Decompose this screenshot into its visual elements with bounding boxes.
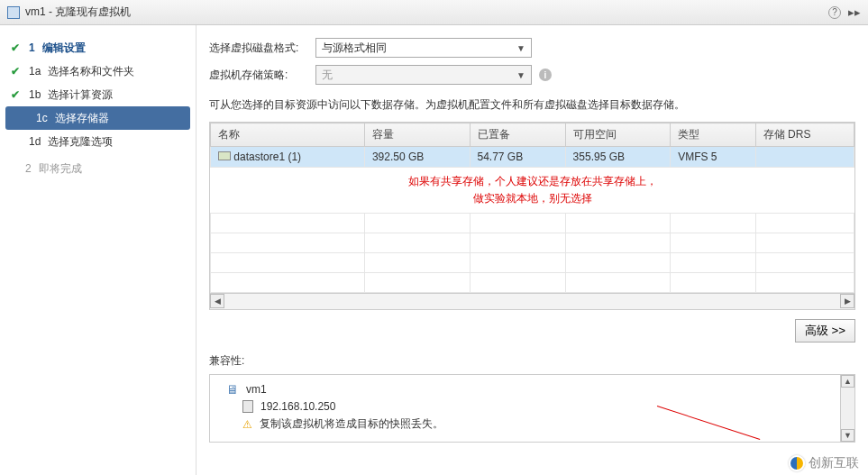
- scroll-left-icon[interactable]: ◀: [210, 294, 224, 308]
- cell-capacity: 392.50 GB: [364, 147, 470, 168]
- disk-format-label: 选择虚拟磁盘格式:: [209, 41, 308, 56]
- annotation-arrow: [652, 439, 760, 475]
- advanced-button[interactable]: 高级 >>: [795, 319, 855, 343]
- storage-policy-value: 无: [322, 68, 333, 83]
- watermark: 创新互联: [789, 455, 859, 471]
- storage-policy-label: 虚拟机存储策略:: [209, 68, 308, 83]
- col-drs[interactable]: 存储 DRS: [755, 123, 854, 147]
- col-free[interactable]: 可用空间: [565, 123, 671, 147]
- table-row-empty: [211, 253, 854, 273]
- scroll-up-icon[interactable]: ▲: [841, 375, 854, 388]
- compat-vm-name: vm1: [246, 383, 267, 396]
- cell-type: VMFS 5: [671, 147, 756, 168]
- wizard-sidebar: ✔ 1 编辑设置 ✔ 1a 选择名称和文件夹 ✔ 1b 选择计算资源 1c 选择…: [0, 25, 196, 475]
- disk-format-value: 与源格式相同: [322, 41, 387, 56]
- watermark-logo-icon: [789, 455, 805, 471]
- compat-warning-text: 复制该虚拟机将造成目标的快照丢失。: [260, 416, 443, 432]
- chevron-down-icon: ▼: [516, 70, 525, 80]
- step-1b-label: 选择计算资源: [48, 87, 113, 103]
- cell-free: 355.95 GB: [565, 147, 671, 168]
- compat-warning-row: ⚠ 复制该虚拟机将造成目标的快照丢失。: [217, 415, 847, 434]
- compat-vm-row: 🖥 vm1: [217, 380, 847, 398]
- compat-host-row: 192.168.10.250: [217, 398, 847, 415]
- table-row-empty: [211, 273, 854, 293]
- step-1-label: 编辑设置: [42, 41, 86, 56]
- datastore-table: 名称 容量 已置备 可用空间 类型 存储 DRS datastore1 (1) …: [209, 122, 855, 310]
- compatibility-label: 兼容性:: [209, 353, 855, 369]
- horizontal-scrollbar[interactable]: ◀ ▶: [210, 293, 854, 309]
- annotation-line1: 如果有共享存储，个人建议还是存放在共享存储上，: [211, 173, 854, 190]
- watermark-text: 创新互联: [809, 455, 859, 471]
- step-2-ready: 2 即将完成: [0, 157, 196, 180]
- annotation-line2: 做实验就本地，别无选择: [211, 190, 854, 207]
- check-icon: ✔: [11, 65, 22, 78]
- step-1c-label: 选择存储器: [55, 111, 109, 126]
- step-1d-label: 选择克隆选项: [48, 134, 113, 150]
- vm-title-icon: [7, 6, 20, 19]
- compatibility-box: 🖥 vm1 192.168.10.250 ⚠ 复制该虚拟机将造成目标的快照丢失。…: [209, 374, 855, 443]
- cell-provisioned: 54.77 GB: [470, 147, 565, 168]
- disk-format-select[interactable]: 与源格式相同 ▼: [315, 38, 532, 58]
- col-capacity[interactable]: 容量: [364, 123, 470, 147]
- help-icon[interactable]: ?: [828, 6, 841, 19]
- host-icon: [242, 400, 253, 413]
- vm-icon: 🖥: [226, 382, 239, 397]
- check-icon: ✔: [11, 88, 22, 101]
- table-row-empty: [211, 233, 854, 253]
- titlebar: vm1 - 克隆现有虚拟机 ? ▸▸: [0, 0, 868, 25]
- step-1c-number: 1c: [36, 112, 48, 124]
- step-1a-select-name-folder[interactable]: ✔ 1a 选择名称和文件夹: [0, 59, 196, 83]
- col-name[interactable]: 名称: [211, 123, 365, 147]
- step-1c-select-storage[interactable]: 1c 选择存储器: [5, 106, 190, 130]
- step-1a-number: 1a: [29, 65, 41, 78]
- chevron-down-icon: ▼: [516, 43, 525, 53]
- main-panel: 选择虚拟磁盘格式: 与源格式相同 ▼ 虚拟机存储策略: 无 ▼ i 可从您选择的…: [196, 25, 868, 475]
- expand-icon[interactable]: ▸▸: [848, 5, 861, 19]
- step-1a-label: 选择名称和文件夹: [48, 64, 134, 79]
- scroll-right-icon[interactable]: ▶: [840, 294, 854, 308]
- step-1b-number: 1b: [29, 88, 41, 101]
- annotation-note: 如果有共享存储，个人建议还是存放在共享存储上， 做实验就本地，别无选择: [211, 168, 854, 213]
- col-provisioned[interactable]: 已置备: [470, 123, 565, 147]
- check-icon: ✔: [11, 41, 22, 54]
- cell-drs: [755, 147, 854, 168]
- step-1b-select-compute[interactable]: ✔ 1b 选择计算资源: [0, 83, 196, 106]
- step-2-number: 2: [25, 162, 32, 175]
- step-1-number: 1: [29, 41, 35, 54]
- table-row-empty: 如果有共享存储，个人建议还是存放在共享存储上， 做实验就本地，别无选择: [211, 168, 854, 214]
- window-title: vm1 - 克隆现有虚拟机: [25, 5, 131, 20]
- storage-description: 可从您选择的目标资源中访问以下数据存储。为虚拟机配置文件和所有虚拟磁盘选择目标数…: [209, 97, 855, 113]
- table-row-empty: [211, 214, 854, 233]
- table-row[interactable]: datastore1 (1) 392.50 GB 54.77 GB 355.95…: [211, 147, 854, 168]
- col-type[interactable]: 类型: [671, 123, 756, 147]
- warning-icon: ⚠: [242, 418, 252, 431]
- compat-host-name: 192.168.10.250: [260, 400, 335, 413]
- storage-policy-select: 无 ▼: [315, 65, 532, 85]
- scroll-down-icon[interactable]: ▼: [841, 429, 854, 442]
- info-icon[interactable]: i: [539, 69, 552, 81]
- vertical-scrollbar[interactable]: ▲ ▼: [840, 375, 854, 442]
- cell-name: datastore1 (1): [233, 151, 301, 163]
- step-1d-select-clone-options[interactable]: 1d 选择克隆选项: [0, 130, 196, 153]
- datastore-icon: [218, 151, 231, 160]
- step-1-edit-settings[interactable]: ✔ 1 编辑设置: [0, 36, 196, 59]
- step-2-label: 即将完成: [39, 161, 82, 177]
- step-1d-number: 1d: [29, 135, 41, 148]
